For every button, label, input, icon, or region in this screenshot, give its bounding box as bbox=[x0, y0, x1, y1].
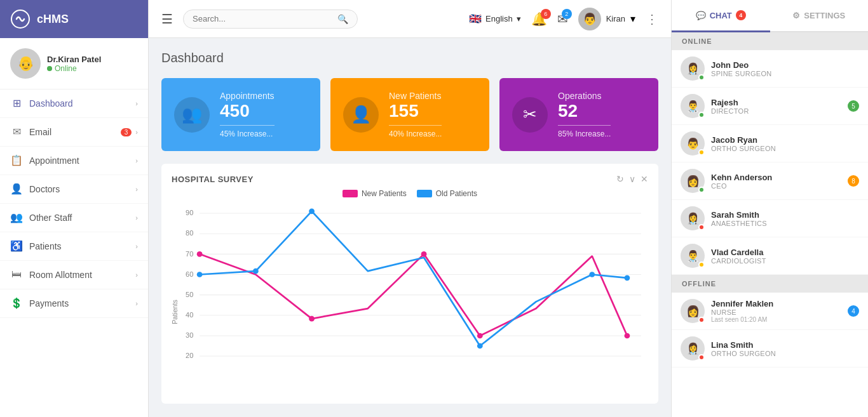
sidebar-item-other-staff[interactable]: 👥 Other Staff › bbox=[0, 204, 148, 232]
user-menu-button[interactable]: 👨 Kiran ▾ bbox=[578, 8, 635, 30]
appointments-icon-circle: 👥 bbox=[174, 97, 210, 133]
svg-point-22 bbox=[625, 333, 630, 339]
other-staff-icon: 👥 bbox=[10, 211, 23, 224]
chart-header: HOSPITAL SURVEY ↻ ∨ ✕ bbox=[172, 174, 648, 184]
user-display-name: Dr.Kiran Patel bbox=[47, 55, 101, 64]
sarah-info: Sarah Smith ANAESTHETICS bbox=[711, 210, 859, 227]
tab-settings-label: SETTINGS bbox=[804, 11, 845, 20]
new-patients-icon-circle: 👤 bbox=[343, 97, 379, 133]
svg-text:80: 80 bbox=[186, 230, 193, 237]
offline-dot bbox=[698, 317, 705, 323]
operations-value: 52 bbox=[558, 101, 611, 121]
chat-user-rajesh[interactable]: 👨‍⚕️ Rajesh DIRECTOR 5 bbox=[672, 88, 868, 125]
lina-avatar: 👩‍⚕️ bbox=[681, 336, 705, 361]
tab-settings[interactable]: ⚙ SETTINGS bbox=[770, 0, 869, 31]
notifications-button[interactable]: 🔔 6 bbox=[531, 11, 547, 27]
chevron-icon: › bbox=[135, 100, 138, 107]
payments-icon: 💲 bbox=[10, 297, 23, 310]
chat-user-kehn[interactable]: 👩 Kehn Anderson CEO 8 bbox=[672, 162, 868, 200]
offline-dot bbox=[698, 224, 705, 230]
chart-close-icon[interactable]: ✕ bbox=[641, 174, 648, 184]
jacob-avatar: 👨 bbox=[681, 131, 705, 156]
jennifer-last-seen: Last seen 01:20 AM bbox=[711, 316, 841, 323]
chat-user-sarah[interactable]: 👩‍⚕️ Sarah Smith ANAESTHETICS bbox=[672, 200, 868, 237]
settings-icon: ⚙ bbox=[792, 11, 800, 20]
sarah-name: Sarah Smith bbox=[711, 210, 859, 220]
search-box[interactable]: 🔍 bbox=[183, 10, 358, 29]
legend-new-patients-label: New Patients bbox=[362, 189, 407, 198]
sidebar-item-doctors[interactable]: 👤 Doctors › bbox=[0, 175, 148, 204]
jacob-role: ORTHO SURGEON bbox=[711, 145, 859, 152]
svg-point-20 bbox=[421, 251, 427, 257]
tab-chat[interactable]: 💬 CHAT 4 bbox=[672, 0, 770, 32]
kehn-badge: 8 bbox=[848, 175, 859, 187]
main-content: ☰ 🔍 🇬🇧 English ▾ 🔔 6 ✉ 2 👨 Kiran ▾ bbox=[149, 0, 671, 417]
room-icon: 🛏 bbox=[10, 268, 23, 281]
jennifer-name: Jennifer Maklen bbox=[711, 299, 841, 308]
sidebar-item-dashboard[interactable]: ⊞ Dashboard › bbox=[0, 89, 148, 118]
sidebar-item-patients[interactable]: ♿ Patients › bbox=[0, 232, 148, 261]
chat-user-jacob[interactable]: 👨 Jacob Ryan ORTHO SURGEON bbox=[672, 125, 868, 162]
email-badge: 3 bbox=[121, 128, 132, 136]
operations-label: Operations bbox=[558, 91, 611, 101]
sidebar-item-label: Appointment bbox=[29, 156, 135, 166]
mail-button[interactable]: ✉ 2 bbox=[557, 11, 568, 27]
sidebar-item-payments[interactable]: 💲 Payments › bbox=[0, 289, 148, 318]
vlad-avatar: 👨‍⚕️ bbox=[681, 244, 705, 268]
legend-new-patients: New Patients bbox=[342, 189, 407, 198]
sidebar-item-email[interactable]: ✉ Email 3 › bbox=[0, 118, 148, 147]
legend-old-patients: Old Patients bbox=[417, 189, 477, 198]
chat-list: ONLINE 👩‍⚕️ John Deo SPINE SURGEON 👨‍⚕️ … bbox=[672, 32, 868, 417]
user-chevron-icon: ▾ bbox=[630, 13, 635, 25]
chat-user-lina[interactable]: 👩‍⚕️ Lina Smith ORTHO SURGEON bbox=[672, 330, 868, 367]
content-area: Dashboard 👥 Appointments 450 45% Increas… bbox=[149, 38, 671, 417]
john-name: John Deo bbox=[711, 60, 859, 70]
topbar-username: Kiran bbox=[606, 14, 625, 23]
new-patients-sub: 40% Increase... bbox=[389, 129, 442, 138]
dashboard-icon: ⊞ bbox=[10, 97, 23, 110]
chat-tab-badge: 4 bbox=[736, 10, 746, 20]
rajesh-role: DIRECTOR bbox=[711, 107, 841, 115]
lina-name: Lina Smith bbox=[711, 340, 859, 350]
sidebar-item-room-allotment[interactable]: 🛏 Room Allotment › bbox=[0, 261, 148, 289]
jennifer-avatar: 👩 bbox=[681, 299, 705, 323]
chart-title: HOSPITAL SURVEY bbox=[172, 175, 616, 184]
kebab-menu-icon[interactable]: ⋮ bbox=[646, 11, 658, 27]
search-icon: 🔍 bbox=[337, 14, 348, 24]
sidebar: cHMS 👴 Dr.Kiran Patel Online ⊞ Dashboard… bbox=[0, 0, 149, 417]
svg-text:Patients: Patients bbox=[172, 300, 179, 324]
jacob-info: Jacob Ryan ORTHO SURGEON bbox=[711, 135, 859, 152]
svg-point-21 bbox=[477, 333, 483, 339]
appointments-sub: 45% Increase... bbox=[220, 129, 275, 138]
status-dot bbox=[47, 66, 52, 71]
sidebar-item-label: Dashboard bbox=[29, 98, 135, 109]
chart-collapse-icon[interactable]: ∨ bbox=[629, 174, 635, 184]
mail-badge: 2 bbox=[562, 9, 572, 19]
svg-text:30: 30 bbox=[186, 331, 193, 339]
chat-user-john[interactable]: 👩‍⚕️ John Deo SPINE SURGEON bbox=[672, 50, 868, 88]
svg-point-25 bbox=[309, 209, 315, 215]
operations-icon-circle: ✂ bbox=[512, 97, 548, 133]
chat-user-jennifer[interactable]: 👩 Jennifer Maklen NURSE Last seen 01:20 … bbox=[672, 293, 868, 330]
appointments-label: Appointments bbox=[220, 91, 275, 101]
sidebar-item-label: Doctors bbox=[29, 184, 135, 194]
search-input[interactable] bbox=[193, 14, 332, 23]
notif-badge: 6 bbox=[541, 9, 551, 19]
sidebar-item-appointment[interactable]: 📋 Appointment › bbox=[0, 147, 148, 175]
sidebar-item-label: Other Staff bbox=[29, 213, 135, 223]
chat-user-vlad[interactable]: 👨‍⚕️ Vlad Cardella CARDIOLOGIST bbox=[672, 237, 868, 275]
chart-refresh-icon[interactable]: ↻ bbox=[616, 174, 624, 184]
away-dot bbox=[698, 261, 705, 268]
appointments-value: 450 bbox=[220, 101, 275, 121]
chevron-icon: › bbox=[135, 300, 138, 307]
topbar-avatar: 👨 bbox=[578, 8, 601, 30]
chevron-icon: › bbox=[135, 185, 138, 193]
doctors-icon: 👤 bbox=[10, 183, 23, 195]
language-selector[interactable]: 🇬🇧 English ▾ bbox=[469, 13, 521, 25]
hamburger-icon[interactable]: ☰ bbox=[161, 11, 173, 27]
chart-container: 90 80 70 60 50 40 30 20 bbox=[172, 203, 648, 394]
patients-icon: ♿ bbox=[10, 240, 23, 253]
topbar-right: 🇬🇧 English ▾ 🔔 6 ✉ 2 👨 Kiran ▾ ⋮ bbox=[469, 8, 658, 30]
new-patients-value: 155 bbox=[389, 101, 442, 121]
chevron-icon: › bbox=[135, 214, 138, 222]
